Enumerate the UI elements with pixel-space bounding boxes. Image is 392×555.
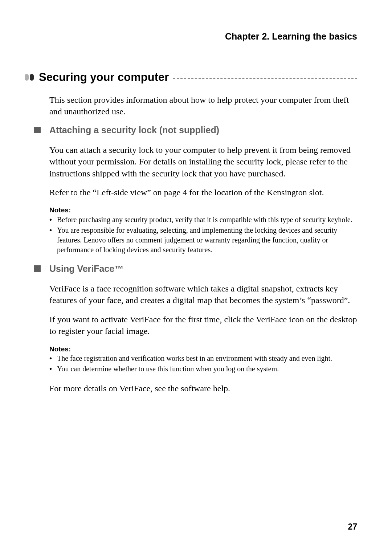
note-text: The face registration and verification w… [57,354,357,363]
subheading-2: Using VeriFace™ [49,264,123,274]
main-heading-row: Securing your computer [35,71,357,84]
list-item: • The face registration and verification… [49,354,357,363]
main-heading: Securing your computer [39,71,169,84]
section2-para1: VeriFace is a face recognition software … [49,283,357,306]
list-item: • Before purchasing any security product… [49,215,357,225]
notes-label: Notes: [49,205,357,215]
intro-paragraph: This section provides information about … [49,94,357,118]
heading-bullets-icon [25,74,34,81]
note-text: You are responsible for evaluating, sele… [57,225,357,255]
list-item: • You can determine whether to use this … [49,364,357,374]
list-item: • You are responsible for evaluating, se… [49,225,357,255]
subheading-1: Attaching a security lock (not supplied) [49,125,219,135]
chapter-header: Chapter 2. Learning the basics [35,31,357,42]
bullet-black-icon [30,74,34,81]
bullet-icon: • [49,354,52,363]
square-bullet-icon [34,265,41,272]
section2-para2: If you want to activate VeriFace for the… [49,314,357,337]
square-bullet-icon [34,127,41,133]
subheading-row-2: Using VeriFace™ [35,264,357,274]
subheading-row-1: Attaching a security lock (not supplied) [35,125,357,135]
section1-notes: Notes: • Before purchasing any security … [49,205,357,255]
bullet-icon: • [49,364,52,374]
section1-para2: Refer to the “Left-side view” on page 4 … [49,187,357,198]
note-text: Before purchasing any security product, … [57,215,357,225]
bullet-icon: • [49,215,52,225]
note-text: You can determine whether to use this fu… [57,364,357,374]
heading-rule-icon [173,78,357,79]
page-number: 27 [348,522,357,532]
section1-para1: You can attach a security lock to your c… [49,144,357,179]
notes-label: Notes: [49,344,357,354]
section2-para3: For more details on VeriFace, see the so… [49,383,357,394]
bullet-gray-icon [25,74,29,81]
section2-notes: Notes: • The face registration and verif… [49,344,357,374]
page: Chapter 2. Learning the basics Securing … [0,0,392,555]
bullet-icon: • [49,225,52,255]
